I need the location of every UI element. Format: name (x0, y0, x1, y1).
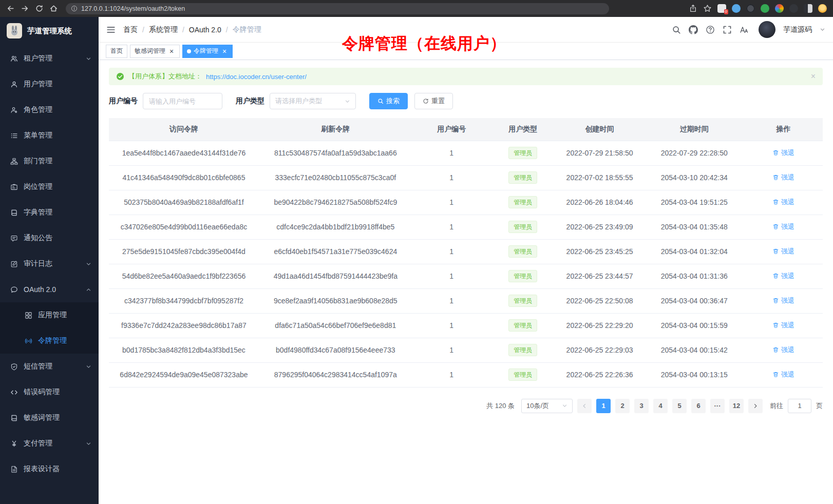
reload-icon[interactable] (35, 4, 44, 13)
page-button[interactable]: 6 (691, 399, 706, 413)
force-logout-button[interactable]: 强退 (772, 198, 794, 207)
share-icon[interactable] (689, 4, 697, 13)
sidebar-item[interactable]: 角色管理 (0, 97, 99, 123)
star-icon[interactable] (703, 4, 712, 13)
back-icon[interactable] (6, 4, 15, 13)
sidebar-item[interactable]: 支付管理 (0, 431, 99, 456)
page-button[interactable]: 5 (672, 399, 687, 413)
cell-expires-at: 2054-03-10 20:42:34 (644, 165, 744, 190)
tab[interactable]: 敏感词管理× (130, 45, 180, 58)
sidebar-item[interactable]: OAuth 2.0 (0, 277, 99, 302)
user-id-input[interactable] (143, 93, 222, 109)
app-title: 芋道管理系统 (27, 26, 72, 36)
force-logout-button[interactable]: 强退 (772, 148, 794, 158)
tab[interactable]: 令牌管理× (182, 45, 233, 58)
search-button[interactable]: 搜索 (369, 93, 408, 109)
tab[interactable]: 首页 (106, 45, 127, 58)
sidebar-item[interactable]: 岗位管理 (0, 174, 99, 200)
search-icon[interactable] (672, 25, 681, 34)
sidebar-item-label: 租户管理 (24, 54, 80, 63)
page-size-select[interactable]: 10条/页 (521, 399, 573, 413)
cell-expires-at: 2022-07-29 22:28:50 (644, 141, 744, 165)
app-logo-row[interactable]: 芋道管理系统 (0, 17, 99, 45)
force-logout-button[interactable]: 强退 (772, 173, 794, 182)
sidebar-item[interactable]: 错误码管理 (0, 379, 99, 405)
sidebar-item[interactable]: 应用管理 (0, 302, 99, 328)
dept-tree-icon (10, 158, 18, 165)
github-icon[interactable] (689, 25, 698, 34)
cell-actions: 强退 (744, 362, 823, 387)
extension-blue-icon[interactable] (732, 4, 741, 13)
fullscreen-icon[interactable] (723, 25, 732, 34)
username[interactable]: 芋道源码 (783, 25, 812, 34)
cell-access-token: 275e5de9151045fe87cbdc395e004f4d (109, 239, 259, 264)
page-button[interactable]: 2 (615, 399, 630, 413)
cell-user-id: 1 (412, 165, 491, 190)
force-logout-button[interactable]: 强退 (772, 272, 794, 281)
force-logout-button[interactable]: 强退 (772, 321, 794, 330)
prev-page-button[interactable] (577, 399, 592, 413)
breadcrumb-item[interactable]: 首页 (123, 25, 138, 34)
reset-button[interactable]: 重置 (414, 93, 453, 109)
alert-message: 【用户体系】文档地址： (128, 72, 202, 81)
page-button[interactable]: 4 (653, 399, 668, 413)
force-logout-button[interactable]: 强退 (772, 345, 794, 355)
delete-icon (772, 149, 779, 156)
question-icon[interactable] (706, 25, 715, 34)
force-logout-button[interactable]: 强退 (772, 247, 794, 256)
role-icon (10, 106, 18, 114)
next-page-button[interactable] (748, 399, 763, 413)
table-row: c347026e805e4d99b0d116eae66eda8ccdfc4ce9… (109, 215, 823, 239)
browser-profile-avatar[interactable] (818, 4, 827, 13)
sidebar-item[interactable]: 字典管理 (0, 200, 99, 225)
force-logout-button[interactable]: 强退 (772, 296, 794, 305)
breadcrumb-item[interactable]: OAuth 2.0 (189, 26, 221, 34)
sidebar-item[interactable]: 租户管理 (0, 46, 99, 71)
sidebar-item[interactable]: 报表设计器 (0, 456, 99, 482)
fontsize-icon[interactable] (740, 25, 749, 34)
force-logout-button[interactable]: 强退 (772, 370, 794, 379)
extension-dark-icon[interactable] (746, 4, 755, 13)
extension-split-icon[interactable] (804, 4, 812, 13)
cell-refresh-token: 333ecfc71e02480cb11055c875c3ca0f (259, 165, 412, 190)
page-ellipsis[interactable]: ··· (710, 399, 725, 413)
alert-doc-link[interactable]: https://doc.iocoder.cn/user-center/ (206, 73, 307, 81)
user-avatar[interactable] (759, 21, 775, 38)
sidebar-item[interactable]: 短信管理 (0, 354, 99, 379)
close-icon[interactable]: × (221, 48, 228, 55)
sidebar-item[interactable]: 审计日志 (0, 251, 99, 277)
extension-paw-icon[interactable] (789, 4, 798, 13)
sidebar-item[interactable]: 令牌管理 (0, 328, 99, 354)
pagination: 共 120 条 10条/页 123456···12 前往 页 (109, 399, 823, 413)
site-info-icon[interactable] (71, 5, 78, 12)
cell-created-at: 2022-07-02 18:55:55 (555, 165, 645, 190)
user-type-tag: 管理员 (508, 369, 537, 381)
close-icon[interactable]: × (168, 48, 175, 55)
page-button[interactable]: 1 (596, 399, 611, 413)
extension-colorful-icon[interactable] (775, 4, 784, 13)
breadcrumb-item[interactable]: 系统管理 (149, 25, 178, 34)
error-code-icon (10, 389, 18, 396)
sidebar-item[interactable]: 通知公告 (0, 225, 99, 251)
extension-green-icon[interactable] (761, 4, 769, 13)
extension-grid-icon[interactable]: 0 (717, 4, 726, 13)
active-tab-dot (187, 49, 191, 53)
forward-icon[interactable] (21, 4, 29, 13)
close-icon[interactable]: × (811, 72, 816, 81)
sidebar-item[interactable]: 用户管理 (0, 71, 99, 97)
sidebar-item[interactable]: 敏感词管理 (0, 405, 99, 431)
hamburger-icon[interactable] (106, 25, 116, 34)
address-bar[interactable]: 127.0.0.1:1024/system/oauth2/token (66, 3, 609, 14)
cell-user-type: 管理员 (491, 288, 555, 313)
sidebar-item[interactable]: 菜单管理 (0, 123, 99, 148)
caret-down-icon[interactable] (820, 27, 825, 32)
goto-page-input[interactable] (788, 399, 811, 413)
user-type-select[interactable]: 请选择用户类型 (270, 93, 356, 109)
force-logout-button[interactable]: 强退 (772, 222, 794, 231)
page-button[interactable]: 12 (729, 399, 744, 413)
home-icon[interactable] (49, 4, 58, 13)
page-button[interactable]: 3 (634, 399, 649, 413)
cell-expires-at: 2054-03-04 19:51:25 (644, 190, 744, 215)
cell-actions: 强退 (744, 239, 823, 264)
sidebar-item[interactable]: 部门管理 (0, 148, 99, 174)
